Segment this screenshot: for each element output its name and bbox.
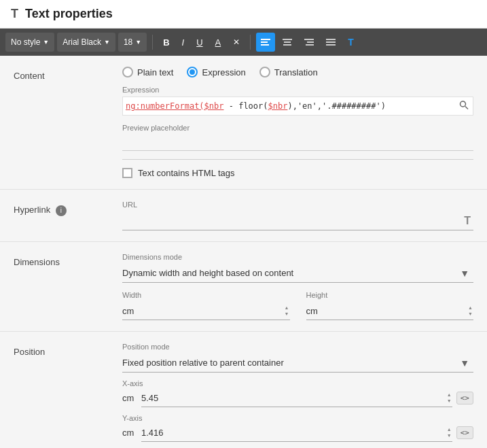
html-tags-checkbox-row[interactable]: Text contains HTML tags — [122, 168, 473, 178]
width-input[interactable] — [137, 306, 281, 316]
expression-value: ng:numberFormat($nbr - floor($nbr),'en',… — [126, 101, 452, 111]
align-right-icon — [304, 38, 314, 46]
style-dropdown[interactable]: No style ▼ — [5, 33, 54, 52]
expression-label: Expression — [122, 86, 473, 94]
position-mode-select-wrapper: Fixed position relative to parent contai… — [122, 354, 473, 373]
search-button[interactable] — [459, 101, 469, 112]
align-left-button[interactable] — [256, 33, 275, 52]
separator — [152, 35, 153, 50]
content-section: Content Plain text Expression Translatio… — [0, 56, 487, 190]
hyperlink-label: Hyperlink i — [14, 201, 122, 230]
xaxis-input-wrapper: ▲ ▼ — [141, 389, 452, 407]
chevron-down-icon: ▼ — [43, 39, 49, 46]
position-body: Position mode Fixed position relative to… — [122, 343, 473, 442]
xaxis-row: X-axis cm ▲ ▼ <> — [122, 379, 473, 407]
height-label: Height — [306, 291, 474, 299]
width-label: Width — [122, 291, 290, 299]
chevron-down-icon: ▼ — [104, 39, 110, 46]
width-unit: cm — [122, 306, 134, 316]
content-label: Content — [14, 67, 122, 178]
content-type-radio-group: Plain text Expression Translation — [122, 67, 473, 77]
align-center-icon — [283, 38, 292, 46]
url-label: URL — [122, 201, 473, 209]
dimensions-body: Dimensions mode Dynamic width and height… — [122, 253, 473, 320]
text-icon: T — [11, 7, 18, 21]
html-tags-label: Text contains HTML tags — [138, 168, 235, 178]
position-mode-label: Position mode — [122, 343, 473, 351]
yaxis-down-arrow[interactable]: ▼ — [446, 432, 452, 438]
svg-rect-8 — [306, 44, 314, 46]
align-center-button[interactable] — [278, 33, 297, 52]
svg-rect-6 — [304, 39, 314, 40]
search-icon — [459, 101, 469, 110]
xaxis-spinner: ▲ ▼ — [446, 392, 452, 404]
yaxis-input-row: cm ▲ ▼ <> — [122, 424, 473, 442]
italic-button[interactable]: I — [177, 33, 190, 52]
bold-button[interactable]: B — [158, 33, 174, 52]
svg-rect-11 — [326, 44, 336, 46]
expression-input-wrapper: ng:numberFormat($nbr - floor($nbr),'en',… — [122, 97, 473, 116]
url-input-wrapper: T — [122, 211, 473, 230]
text-color-button[interactable]: T — [343, 33, 359, 52]
yaxis-spinner: ▲ ▼ — [446, 426, 452, 438]
dimensions-mode-select[interactable]: Dynamic width and height based on conten… — [122, 264, 473, 283]
underline-button[interactable]: U — [192, 33, 207, 52]
svg-rect-10 — [326, 41, 336, 43]
font-dropdown[interactable]: Arial Black ▼ — [57, 33, 115, 52]
wh-row: Width cm ▲ ▼ Height cm ▲ ▼ — [122, 291, 473, 320]
expression-nbr2: $nbr — [268, 101, 288, 111]
width-up-arrow[interactable]: ▲ — [284, 305, 290, 311]
expression-input-group: Expression ng:numberFormat($nbr - floor(… — [122, 86, 473, 116]
height-up-arrow[interactable]: ▲ — [467, 305, 473, 311]
yaxis-up-arrow[interactable]: ▲ — [446, 426, 452, 432]
height-item: Height cm ▲ ▼ — [306, 291, 474, 320]
html-tags-checkbox[interactable] — [122, 168, 132, 178]
xaxis-input[interactable] — [141, 393, 446, 403]
dimensions-label: Dimensions — [14, 253, 122, 320]
strikethrough-button[interactable]: A — [211, 33, 226, 52]
radio-translation-circle — [259, 67, 270, 77]
radio-expression[interactable]: Expression — [187, 67, 245, 77]
erase-button[interactable]: ✕ — [228, 33, 245, 52]
width-arrows: ▲ ▼ — [284, 305, 290, 317]
yaxis-label: Y-axis — [122, 414, 473, 422]
dimensions-mode-select-wrapper: Dynamic width and height based on conten… — [122, 264, 473, 283]
svg-rect-3 — [283, 39, 292, 40]
expression-nbr1: ng:numberFormat($nbr — [126, 101, 224, 111]
page-title: Text properties — [25, 7, 113, 21]
height-spinner: cm ▲ ▼ — [306, 302, 474, 320]
width-down-arrow[interactable]: ▼ — [284, 311, 290, 317]
hyperlink-section: Hyperlink i URL T — [0, 190, 487, 242]
dimensions-section: Dimensions Dimensions mode Dynamic width… — [0, 242, 487, 332]
xaxis-up-arrow[interactable]: ▲ — [446, 392, 452, 398]
xaxis-code-button[interactable]: <> — [456, 392, 473, 404]
align-left-icon — [261, 38, 270, 46]
radio-plain-text[interactable]: Plain text — [122, 67, 173, 77]
yaxis-code-button[interactable]: <> — [456, 426, 473, 439]
xaxis-label: X-axis — [122, 379, 473, 387]
height-down-arrow[interactable]: ▼ — [467, 311, 473, 317]
yaxis-input[interactable] — [141, 428, 446, 438]
svg-point-12 — [461, 101, 466, 107]
size-dropdown[interactable]: 18 ▼ — [118, 33, 147, 52]
align-right-button[interactable] — [300, 33, 319, 52]
url-input[interactable] — [122, 211, 473, 230]
preview-input[interactable] — [122, 135, 473, 151]
content-body: Plain text Expression Translation Expres… — [122, 67, 473, 178]
yaxis-unit: cm — [122, 428, 137, 438]
separator — [250, 35, 251, 50]
align-justify-icon — [326, 38, 336, 46]
hyperlink-body: URL T — [122, 201, 473, 230]
radio-translation[interactable]: Translation — [259, 67, 318, 77]
header: T Text properties — [0, 0, 487, 29]
height-input[interactable] — [321, 306, 465, 316]
xaxis-down-arrow[interactable]: ▼ — [446, 398, 452, 404]
align-justify-button[interactable] — [321, 33, 340, 52]
svg-rect-9 — [326, 39, 336, 40]
position-label: Position — [14, 343, 122, 442]
radio-plain-circle — [122, 67, 133, 77]
info-icon[interactable]: i — [56, 205, 67, 216]
svg-rect-4 — [284, 41, 291, 43]
xaxis-unit: cm — [122, 393, 137, 403]
position-mode-select[interactable]: Fixed position relative to parent contai… — [122, 354, 473, 373]
